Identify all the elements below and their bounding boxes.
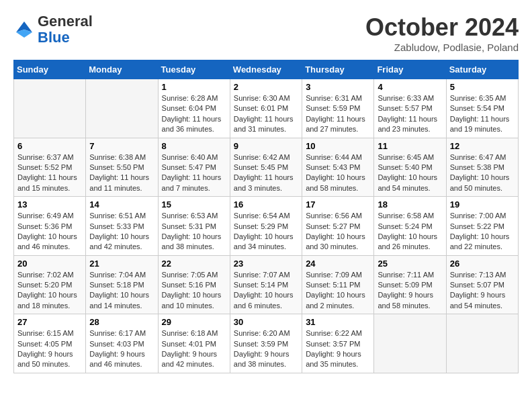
calendar-cell: 16Sunrise: 6:54 AMSunset: 5:29 PMDayligh…	[230, 197, 302, 256]
day-number: 1	[162, 82, 226, 92]
day-number: 7	[89, 141, 154, 151]
day-number: 17	[306, 199, 370, 210]
calendar-week-row: 6Sunrise: 6:37 AMSunset: 5:52 PMDaylight…	[14, 138, 519, 197]
calendar-week-row: 27Sunrise: 6:15 AMSunset: 4:05 PMDayligh…	[14, 314, 519, 373]
day-number: 19	[450, 199, 515, 210]
calendar-cell: 30Sunrise: 6:20 AMSunset: 3:59 PMDayligh…	[230, 314, 302, 373]
weekday-header-sunday: Sunday	[14, 60, 86, 79]
calendar-cell: 17Sunrise: 6:56 AMSunset: 5:27 PMDayligh…	[302, 197, 374, 256]
day-number: 27	[17, 317, 82, 327]
cell-content: Sunrise: 6:15 AMSunset: 4:05 PMDaylight:…	[17, 328, 82, 370]
cell-content: Sunrise: 7:13 AMSunset: 5:07 PMDaylight:…	[450, 270, 515, 312]
cell-content: Sunrise: 6:20 AMSunset: 3:59 PMDaylight:…	[234, 328, 298, 370]
calendar-cell	[446, 314, 518, 373]
cell-content: Sunrise: 7:07 AMSunset: 5:14 PMDaylight:…	[234, 270, 298, 312]
day-number: 9	[234, 141, 298, 151]
cell-content: Sunrise: 6:30 AMSunset: 6:01 PMDaylight:…	[234, 93, 298, 135]
cell-content: Sunrise: 7:09 AMSunset: 5:11 PMDaylight:…	[306, 270, 370, 312]
day-number: 22	[162, 259, 226, 269]
calendar-cell: 18Sunrise: 6:58 AMSunset: 5:24 PMDayligh…	[374, 197, 446, 256]
cell-content: Sunrise: 6:44 AMSunset: 5:43 PMDaylight:…	[306, 152, 370, 194]
page-header: General Blue October 2024 Zabludow, Podl…	[13, 13, 519, 53]
calendar-cell: 7Sunrise: 6:38 AMSunset: 5:50 PMDaylight…	[86, 138, 158, 197]
cell-content: Sunrise: 6:22 AMSunset: 3:57 PMDaylight:…	[306, 328, 370, 370]
day-number: 18	[378, 199, 442, 210]
logo: General Blue	[13, 13, 93, 46]
cell-content: Sunrise: 6:49 AMSunset: 5:36 PMDaylight:…	[17, 211, 82, 253]
cell-content: Sunrise: 6:28 AMSunset: 6:04 PMDaylight:…	[162, 93, 226, 135]
cell-content: Sunrise: 6:18 AMSunset: 4:01 PMDaylight:…	[162, 328, 226, 370]
cell-content: Sunrise: 7:05 AMSunset: 5:16 PMDaylight:…	[162, 270, 226, 312]
day-number: 24	[306, 259, 370, 269]
day-number: 26	[450, 259, 515, 269]
cell-content: Sunrise: 7:02 AMSunset: 5:20 PMDaylight:…	[17, 270, 82, 312]
location: Zabludow, Podlasie, Poland	[365, 42, 519, 53]
cell-content: Sunrise: 6:58 AMSunset: 5:24 PMDaylight:…	[378, 211, 442, 253]
cell-content: Sunrise: 7:11 AMSunset: 5:09 PMDaylight:…	[378, 270, 442, 312]
calendar-cell: 26Sunrise: 7:13 AMSunset: 5:07 PMDayligh…	[446, 255, 518, 314]
cell-content: Sunrise: 6:45 AMSunset: 5:40 PMDaylight:…	[378, 152, 442, 194]
calendar-cell: 24Sunrise: 7:09 AMSunset: 5:11 PMDayligh…	[302, 255, 374, 314]
cell-content: Sunrise: 6:53 AMSunset: 5:31 PMDaylight:…	[162, 211, 226, 253]
calendar-cell: 9Sunrise: 6:42 AMSunset: 5:45 PMDaylight…	[230, 138, 302, 197]
weekday-header-friday: Friday	[374, 60, 446, 79]
day-number: 12	[450, 141, 515, 151]
cell-content: Sunrise: 6:51 AMSunset: 5:33 PMDaylight:…	[89, 211, 154, 253]
day-number: 31	[306, 317, 370, 327]
calendar-cell: 15Sunrise: 6:53 AMSunset: 5:31 PMDayligh…	[158, 197, 230, 256]
calendar-cell	[14, 79, 86, 138]
calendar-table: SundayMondayTuesdayWednesdayThursdayFrid…	[13, 60, 519, 373]
day-number: 15	[162, 199, 226, 210]
cell-content: Sunrise: 6:35 AMSunset: 5:54 PMDaylight:…	[450, 93, 515, 135]
cell-content: Sunrise: 6:31 AMSunset: 5:59 PMDaylight:…	[306, 93, 370, 135]
calendar-cell: 31Sunrise: 6:22 AMSunset: 3:57 PMDayligh…	[302, 314, 374, 373]
calendar-cell: 6Sunrise: 6:37 AMSunset: 5:52 PMDaylight…	[14, 138, 86, 197]
cell-content: Sunrise: 6:56 AMSunset: 5:27 PMDaylight:…	[306, 211, 370, 253]
calendar-cell: 27Sunrise: 6:15 AMSunset: 4:05 PMDayligh…	[14, 314, 86, 373]
day-number: 29	[162, 317, 226, 327]
calendar-cell: 22Sunrise: 7:05 AMSunset: 5:16 PMDayligh…	[158, 255, 230, 314]
cell-content: Sunrise: 6:37 AMSunset: 5:52 PMDaylight:…	[17, 152, 82, 194]
calendar-cell: 25Sunrise: 7:11 AMSunset: 5:09 PMDayligh…	[374, 255, 446, 314]
calendar-cell: 5Sunrise: 6:35 AMSunset: 5:54 PMDaylight…	[446, 79, 518, 138]
calendar-cell: 1Sunrise: 6:28 AMSunset: 6:04 PMDaylight…	[158, 79, 230, 138]
calendar-cell: 4Sunrise: 6:33 AMSunset: 5:57 PMDaylight…	[374, 79, 446, 138]
calendar-cell: 3Sunrise: 6:31 AMSunset: 5:59 PMDaylight…	[302, 79, 374, 138]
weekday-header-row: SundayMondayTuesdayWednesdayThursdayFrid…	[14, 60, 519, 79]
calendar-cell: 21Sunrise: 7:04 AMSunset: 5:18 PMDayligh…	[86, 255, 158, 314]
cell-content: Sunrise: 6:17 AMSunset: 4:03 PMDaylight:…	[89, 328, 154, 370]
weekday-header-wednesday: Wednesday	[230, 60, 302, 79]
day-number: 10	[306, 141, 370, 151]
calendar-cell	[374, 314, 446, 373]
day-number: 5	[450, 82, 515, 92]
day-number: 23	[234, 259, 298, 269]
day-number: 6	[17, 141, 82, 151]
title-section: October 2024 Zabludow, Podlasie, Poland	[365, 13, 519, 53]
weekday-header-thursday: Thursday	[302, 60, 374, 79]
logo-general-text: General	[38, 13, 93, 30]
calendar-cell: 8Sunrise: 6:40 AMSunset: 5:47 PMDaylight…	[158, 138, 230, 197]
calendar-cell: 12Sunrise: 6:47 AMSunset: 5:38 PMDayligh…	[446, 138, 518, 197]
cell-content: Sunrise: 6:38 AMSunset: 5:50 PMDaylight:…	[89, 152, 154, 194]
cell-content: Sunrise: 6:33 AMSunset: 5:57 PMDaylight:…	[378, 93, 442, 135]
calendar-week-row: 20Sunrise: 7:02 AMSunset: 5:20 PMDayligh…	[14, 255, 519, 314]
weekday-header-tuesday: Tuesday	[158, 60, 230, 79]
calendar-cell: 29Sunrise: 6:18 AMSunset: 4:01 PMDayligh…	[158, 314, 230, 373]
cell-content: Sunrise: 7:04 AMSunset: 5:18 PMDaylight:…	[89, 270, 154, 312]
weekday-header-monday: Monday	[86, 60, 158, 79]
day-number: 25	[378, 259, 442, 269]
day-number: 4	[378, 82, 442, 92]
cell-content: Sunrise: 6:54 AMSunset: 5:29 PMDaylight:…	[234, 211, 298, 253]
day-number: 20	[17, 259, 82, 269]
calendar-cell: 10Sunrise: 6:44 AMSunset: 5:43 PMDayligh…	[302, 138, 374, 197]
calendar-cell	[86, 79, 158, 138]
cell-content: Sunrise: 6:42 AMSunset: 5:45 PMDaylight:…	[234, 152, 298, 194]
calendar-cell: 2Sunrise: 6:30 AMSunset: 6:01 PMDaylight…	[230, 79, 302, 138]
cell-content: Sunrise: 6:47 AMSunset: 5:38 PMDaylight:…	[450, 152, 515, 194]
day-number: 30	[234, 317, 298, 327]
calendar-cell: 13Sunrise: 6:49 AMSunset: 5:36 PMDayligh…	[14, 197, 86, 256]
calendar-cell: 19Sunrise: 7:00 AMSunset: 5:22 PMDayligh…	[446, 197, 518, 256]
month-title: October 2024	[365, 13, 519, 42]
day-number: 13	[17, 199, 82, 210]
calendar-week-row: 13Sunrise: 6:49 AMSunset: 5:36 PMDayligh…	[14, 197, 519, 256]
